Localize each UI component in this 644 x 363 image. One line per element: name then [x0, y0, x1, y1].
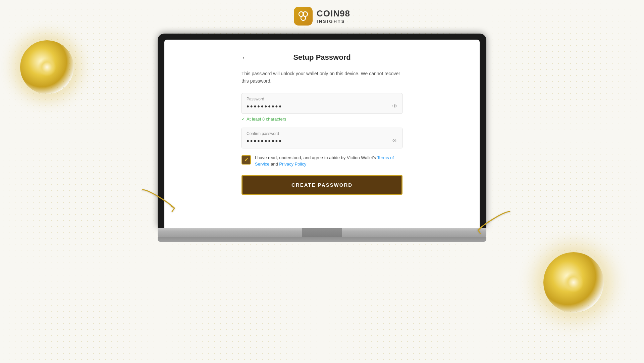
validation-message: ✓ At least 8 characters [241, 117, 402, 122]
validation-text: At least 8 characters [247, 117, 286, 122]
password-value: •••••••••• [247, 103, 282, 110]
password-eye-icon[interactable]: 👁 [392, 103, 397, 109]
confirm-password-input-row: •••••••••• 👁 [247, 137, 397, 145]
password-field-group: Password •••••••••• 👁 [241, 93, 402, 114]
brand-sub: INSIGHTS [317, 19, 350, 24]
password-input-box[interactable]: Password •••••••••• 👁 [241, 93, 402, 114]
confirm-password-eye-icon[interactable]: 👁 [392, 138, 397, 144]
laptop-screen: ← Setup Password This password will unlo… [164, 40, 480, 228]
brand-name: COIN98 [317, 8, 350, 19]
terms-prefix: I have read, understood, and agree to ab… [255, 155, 377, 160]
decorative-orb-left [20, 40, 74, 94]
logo-icon [294, 7, 313, 26]
password-input-row: •••••••••• 👁 [247, 103, 397, 110]
confirm-password-value: •••••••••• [247, 137, 282, 145]
site-header: COIN98 INSIGHTS [0, 0, 644, 32]
svg-point-2 [301, 16, 306, 20]
laptop-base [158, 228, 486, 237]
checkbox-checkmark: ✓ [244, 156, 249, 163]
terms-checkbox-row: ✓ I have read, understood, and agree to … [241, 154, 402, 168]
page-title: Setup Password [293, 53, 351, 62]
password-label: Password [247, 97, 397, 101]
coin98-logo-svg [297, 10, 309, 22]
create-password-button[interactable]: CREATE PASSWORD [241, 175, 402, 195]
confirm-password-field-group: Confirm password •••••••••• 👁 [241, 128, 402, 148]
terms-checkbox[interactable]: ✓ [241, 155, 251, 165]
annotation-arrow-left [139, 186, 179, 215]
screen-content: ← Setup Password This password will unlo… [221, 40, 423, 208]
terms-mid: and [269, 162, 279, 167]
back-button[interactable]: ← [241, 54, 248, 61]
decorative-orb-right [543, 252, 604, 313]
check-icon: ✓ [241, 117, 245, 122]
laptop-device: ← Setup Password This password will unlo… [158, 34, 486, 242]
laptop-bezel: ← Setup Password This password will unlo… [158, 34, 486, 228]
laptop-foot [158, 237, 486, 242]
annotation-arrow-right [473, 208, 513, 236]
logo: COIN98 INSIGHTS [294, 7, 350, 26]
page-header: ← Setup Password [241, 53, 402, 62]
logo-text: COIN98 INSIGHTS [317, 8, 350, 24]
terms-text: I have read, understood, and agree to ab… [255, 154, 402, 168]
privacy-policy-link[interactable]: Privacy Policy [279, 162, 306, 167]
confirm-password-input-box[interactable]: Confirm password •••••••••• 👁 [241, 128, 402, 148]
page-description: This password will unlock your wallet on… [241, 70, 402, 85]
confirm-password-label: Confirm password [247, 131, 397, 136]
